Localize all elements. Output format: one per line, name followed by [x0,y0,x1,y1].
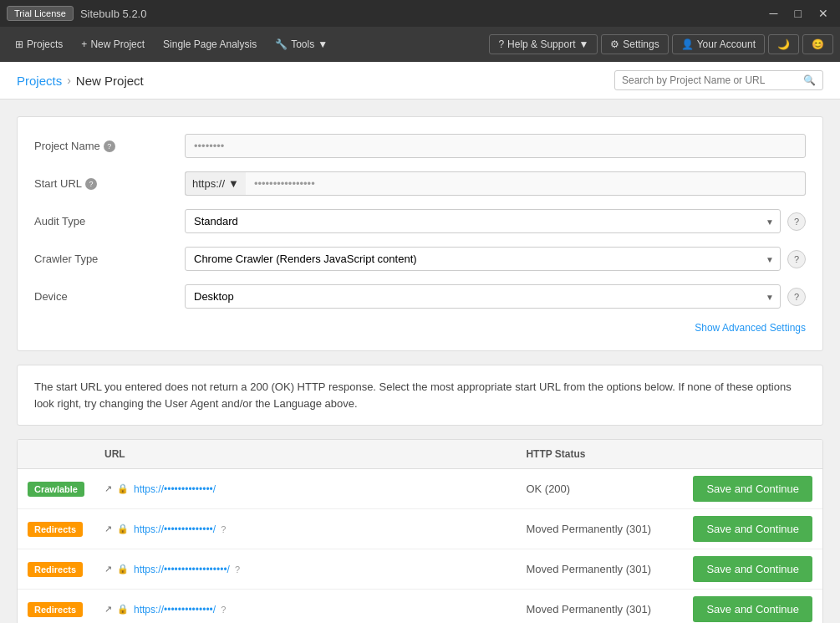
action-cell: Save and Continue [683,590,822,624]
audit-type-label: Audit Type [34,215,185,227]
lock-icon: 🔒 [117,604,129,615]
url-value-input[interactable] [246,171,806,196]
external-link-icon[interactable]: ↗ [104,483,112,494]
crawler-type-control: Chrome Crawler (Renders JavaScript conte… [185,247,806,271]
protocol-chevron-icon: ▼ [228,177,239,190]
url-link[interactable]: https://••••••••••••••••••/ [134,564,230,575]
project-name-help-icon[interactable]: ? [104,140,115,152]
emoji-button[interactable]: 😊 [802,34,833,54]
maximize-button[interactable]: □ [790,5,807,22]
url-link[interactable]: https://••••••••••••••/ [134,523,216,535]
start-url-help-icon[interactable]: ? [85,178,97,190]
save-continue-button[interactable]: Save and Continue [693,596,812,622]
redirect-help-icon[interactable]: ? [221,605,226,615]
url-cell: ↗ 🔒 https://••••••••••••••/ ? [94,590,516,624]
breadcrumb-current: New Project [76,74,144,88]
tools-icon: 🔧 [275,38,288,50]
table-header-row: URL HTTP Status [18,440,822,469]
table-row: Crawlable ↗ 🔒 https://••••••••••••••/ OK… [18,469,822,509]
nav-projects[interactable]: ⊞ Projects [7,33,71,55]
nav-bar: ⊞ Projects + New Project Single Page Ana… [0,27,840,62]
http-status-cell: Moved Permanently (301) [516,590,683,624]
account-button[interactable]: 👤 Your Account [672,34,765,54]
title-bar-left: Trial License Sitebulb 5.2.0 [7,6,146,21]
warning-section: The start URL you entered does not retur… [17,365,823,426]
url-table: URL HTTP Status Crawlable ↗ 🔒 https://••… [18,440,822,623]
settings-button[interactable]: ⚙ Settings [601,34,668,54]
plus-icon: + [81,38,87,50]
project-name-row: Project Name ? [34,134,806,158]
save-continue-button[interactable]: Save and Continue [693,476,812,502]
http-status-cell: Moved Permanently (301) [516,549,683,590]
badge-cell: Redirects [18,590,94,624]
lock-icon: 🔒 [117,523,129,534]
external-link-icon[interactable]: ↗ [104,523,112,534]
nav-right: ? Help & Support ▼ ⚙ Settings 👤 Your Acc… [489,34,833,54]
close-button[interactable]: ✕ [813,5,833,22]
device-row: Device Desktop Mobile ▼ ? [34,284,806,309]
crawler-type-with-help: Chrome Crawler (Renders JavaScript conte… [185,247,806,271]
table-row: Redirects ↗ 🔒 https://••••••••••••••/ ? … [18,509,822,549]
status-badge: Redirects [28,522,83,537]
nav-single-page[interactable]: Single Page Analysis [155,33,265,55]
warning-message: The start URL you entered does not retur… [34,380,792,410]
advanced-settings-link[interactable]: Show Advanced Settings [34,322,806,334]
http-status-cell: OK (200) [516,469,683,509]
url-input-group: https:// ▼ [185,171,806,196]
status-badge: Redirects [28,562,83,577]
nav-new-project-label: New Project [90,38,145,50]
grid-icon: ⊞ [15,38,23,50]
device-control: Desktop Mobile ▼ ? [185,284,806,309]
title-bar-controls: ─ □ ✕ [765,5,833,22]
lock-icon: 🔒 [117,483,129,494]
url-protocol-selector[interactable]: https:// ▼ [185,171,246,196]
search-input[interactable] [622,74,803,86]
audit-type-with-help: Standard Full Scheduled ▼ ? [185,209,806,233]
search-icon: 🔍 [803,74,816,86]
redirect-help-icon[interactable]: ? [221,524,226,534]
main-content: Project Name ? Start URL ? https:// ▼ [0,100,840,623]
audit-type-help-button[interactable]: ? [787,212,806,231]
project-name-input[interactable] [185,134,806,158]
help-support-button[interactable]: ? Help & Support ▼ [489,34,598,54]
moon-icon: 🌙 [777,38,790,50]
question-icon: ? [498,38,504,50]
minimize-button[interactable]: ─ [765,5,783,22]
gear-icon: ⚙ [610,38,619,50]
redirect-help-icon[interactable]: ? [235,564,240,574]
lock-icon: 🔒 [117,564,129,574]
start-url-label: Start URL ? [34,177,185,190]
breadcrumb-parent[interactable]: Projects [17,74,62,88]
crawler-type-help-button[interactable]: ? [787,250,806,268]
dark-mode-button[interactable]: 🌙 [768,34,799,54]
device-help-button[interactable]: ? [787,288,806,306]
audit-type-select[interactable]: Standard Full Scheduled [185,209,781,233]
crawler-type-select[interactable]: Chrome Crawler (Renders JavaScript conte… [185,247,781,271]
url-link[interactable]: https://••••••••••••••/ [134,604,216,615]
device-with-help: Desktop Mobile ▼ ? [185,284,806,309]
col-header-action [683,440,822,469]
url-cell: ↗ 🔒 https://••••••••••••••/ [94,469,516,509]
save-continue-button[interactable]: Save and Continue [693,556,812,582]
save-continue-button[interactable]: Save and Continue [693,516,812,542]
nav-new-project[interactable]: + New Project [73,33,153,55]
url-protocol-value: https:// [192,177,225,190]
nav-tools[interactable]: 🔧 Tools ▼ [267,33,336,55]
start-url-row: Start URL ? https:// ▼ [34,171,806,196]
user-icon: 👤 [681,38,694,50]
col-header-badge [18,440,94,469]
device-select[interactable]: Desktop Mobile [185,284,781,309]
search-box[interactable]: 🔍 [614,70,823,90]
form-section: Project Name ? Start URL ? https:// ▼ [17,116,823,351]
url-link[interactable]: https://••••••••••••••/ [134,483,216,495]
badge-cell: Redirects [18,549,94,590]
external-link-icon[interactable]: ↗ [104,604,112,615]
page-header: Projects › New Project 🔍 [0,62,840,100]
url-cell: ↗ 🔒 https://••••••••••••••••••/ ? [94,549,516,590]
trial-badge: Trial License [7,6,74,21]
col-header-status: HTTP Status [516,440,683,469]
tools-chevron-icon: ▼ [318,38,328,50]
external-link-icon[interactable]: ↗ [104,564,112,574]
start-url-control: https:// ▼ [185,171,806,196]
nav-single-page-label: Single Page Analysis [163,38,257,50]
